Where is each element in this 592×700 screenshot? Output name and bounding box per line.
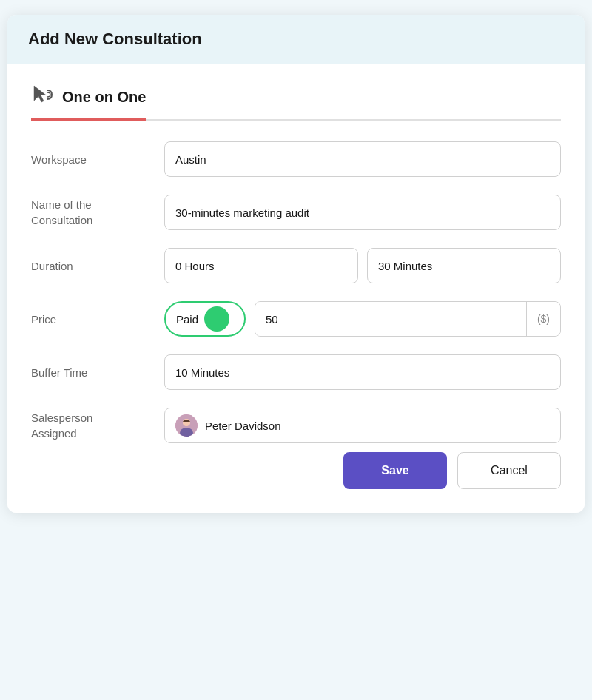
consultation-input[interactable] — [164, 195, 561, 230]
duration-label: Duration — [31, 258, 149, 274]
salesperson-field[interactable]: Peter Davidson — [164, 408, 561, 443]
toggle-label: Paid — [176, 313, 198, 326]
salesperson-name: Peter Davidson — [205, 420, 281, 432]
workspace-input[interactable] — [164, 141, 561, 177]
form-section: Workspace Name of theConsultation Durati… — [31, 141, 561, 443]
avatar — [175, 414, 198, 437]
modal-header: Add New Consultation — [7, 15, 585, 64]
cancel-button[interactable]: Cancel — [457, 452, 561, 489]
modal-container: Add New Consultation One on One — [7, 15, 585, 513]
tab-icon — [31, 84, 55, 110]
price-input-group: ($) — [255, 301, 561, 337]
price-input[interactable] — [255, 302, 526, 336]
modal-title: Add New Consultation — [28, 30, 564, 49]
tab-one-on-one[interactable]: One on One — [31, 84, 146, 121]
price-fields: Paid ($) — [164, 301, 561, 337]
price-suffix: ($) — [526, 302, 560, 336]
tab-label: One on One — [62, 89, 146, 106]
tab-section: One on One — [31, 84, 561, 121]
duration-fields — [164, 248, 561, 283]
salesperson-row: SalespersonAssigned Peter Davidson — [31, 408, 561, 443]
buffer-label: Buffer Time — [31, 365, 149, 380]
salesperson-label: SalespersonAssigned — [31, 410, 149, 441]
consultation-row: Name of theConsultation — [31, 195, 561, 230]
buffer-row: Buffer Time — [31, 354, 561, 390]
price-row: Price Paid ($) — [31, 301, 561, 337]
action-buttons: Save Cancel — [31, 452, 561, 489]
workspace-row: Workspace — [31, 141, 561, 177]
duration-row: Duration — [31, 248, 561, 283]
svg-point-3 — [183, 419, 190, 426]
paid-toggle[interactable]: Paid — [164, 301, 246, 337]
save-button[interactable]: Save — [343, 452, 447, 489]
toggle-knob — [204, 306, 229, 332]
consultation-label: Name of theConsultation — [31, 197, 149, 228]
duration-hours-input[interactable] — [164, 248, 358, 283]
duration-minutes-input[interactable] — [367, 248, 561, 283]
modal-body: One on One Workspace Name of theConsulta… — [7, 64, 585, 513]
buffer-input[interactable] — [164, 354, 561, 390]
workspace-label: Workspace — [31, 152, 149, 167]
price-label: Price — [31, 312, 149, 327]
